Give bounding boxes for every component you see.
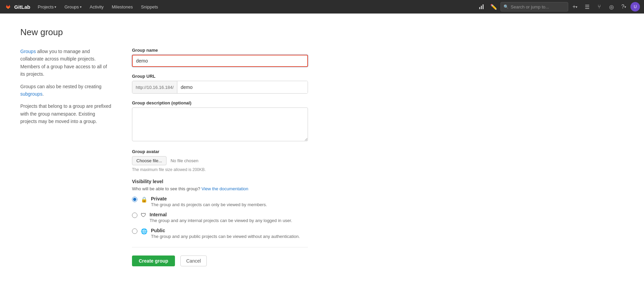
group-url-input[interactable] (177, 81, 308, 93)
visibility-docs-link[interactable]: View the documentation (201, 186, 248, 191)
groups-link[interactable]: Groups (20, 49, 36, 54)
analytics-icon[interactable] (476, 1, 487, 12)
shield-icon: 🛡 (141, 212, 146, 218)
nav-snippets[interactable]: Snippets (137, 0, 161, 14)
sidebar-para3: Projects that belong to a group are pref… (20, 102, 112, 125)
group-avatar-label: Group avatar (132, 149, 308, 154)
user-avatar[interactable]: U (630, 2, 640, 11)
group-description-input[interactable] (132, 107, 308, 141)
cancel-button[interactable]: Cancel (180, 256, 207, 266)
url-group: http://10.16.16.184/ (132, 81, 308, 94)
no-file-label: No file chosen (171, 158, 198, 163)
visibility-internal-option: 🛡 Internal The group and any internal pr… (132, 212, 308, 223)
nav-activity[interactable]: Activity (86, 0, 107, 14)
form-divider (132, 247, 308, 247)
svg-rect-1 (481, 6, 482, 9)
brand-text: GitLab (14, 4, 30, 10)
new-group-form: Group name Group URL http://10.16.16.184… (132, 48, 308, 266)
svg-rect-2 (483, 4, 484, 9)
lock-icon: 🔒 (141, 196, 148, 203)
sidebar-para1: Groups allow you to manage and collabora… (20, 48, 112, 78)
nav-projects[interactable]: Projects ▾ (35, 0, 60, 14)
group-description-label: Group description (optional) (132, 100, 308, 105)
main-content: New group Groups allow you to manage and… (0, 14, 440, 280)
nav-groups[interactable]: Groups ▾ (61, 0, 85, 14)
group-avatar-field: Group avatar Choose file... No file chos… (132, 149, 308, 172)
nav-milestones[interactable]: Milestones (108, 0, 136, 14)
group-url-field: Group URL http://10.16.16.184/ (132, 74, 308, 94)
url-prefix: http://10.16.16.184/ (132, 81, 177, 93)
chevron-down-icon: ▾ (54, 5, 56, 9)
internal-description: The group and any internal projects can … (150, 218, 292, 223)
svg-rect-0 (479, 7, 480, 9)
file-size-hint: The maximum file size allowed is 200KB. (132, 167, 308, 172)
content-layout: Groups allow you to manage and collabora… (20, 48, 420, 266)
visibility-field: Visibility level Who will be able to see… (132, 179, 308, 239)
search-icon: 🔍 (504, 4, 509, 9)
visibility-description: Who will be able to see this group? View… (132, 186, 308, 191)
create-group-button[interactable]: Create group (132, 256, 175, 266)
public-label: Public (151, 228, 300, 233)
visibility-public-option: 🌐 Public The group and any public projec… (132, 228, 308, 239)
internal-label: Internal (150, 212, 292, 217)
subgroups-link[interactable]: subgroups (20, 91, 42, 97)
choose-file-button[interactable]: Choose file... (132, 156, 166, 165)
visibility-private-radio[interactable] (132, 197, 137, 202)
visibility-internal-radio[interactable] (132, 213, 137, 218)
plus-chevron-icon: ▾ (576, 5, 577, 9)
visibility-private-option: 🔒 Private The group and its projects can… (132, 196, 308, 207)
sidebar-description: Groups allow you to manage and collabora… (20, 48, 112, 266)
private-description: The group and its projects can only be v… (151, 202, 267, 207)
issues-icon[interactable]: ◎ (606, 1, 617, 12)
group-name-field: Group name (132, 48, 308, 67)
sidebar-icon[interactable]: ☰ (582, 1, 593, 12)
plus-icon[interactable]: + ▾ (570, 1, 580, 12)
sidebar-para2: Groups can also be nested by creating su… (20, 83, 112, 98)
group-name-input[interactable] (132, 55, 308, 67)
avatar-row: Choose file... No file chosen (132, 156, 308, 165)
group-name-label: Group name (132, 48, 308, 53)
group-description-field: Group description (optional) (132, 100, 308, 142)
help-icon[interactable]: ? ▾ (618, 1, 629, 12)
globe-icon: 🌐 (141, 228, 148, 235)
help-chevron-icon: ▾ (624, 5, 626, 9)
form-actions: Create group Cancel (132, 256, 308, 266)
navbar: GitLab Projects ▾ Groups ▾ Activity Mile… (0, 0, 644, 14)
search-box[interactable]: 🔍 Search or jump to... (501, 2, 568, 11)
private-label: Private (151, 196, 267, 201)
page-title: New group (20, 27, 420, 38)
brand-logo[interactable]: GitLab (4, 3, 30, 11)
nav-right: ✏️ 🔍 Search or jump to... + ▾ ☰ ⑂ ◎ ? ▾ … (476, 1, 640, 12)
visibility-title: Visibility level (132, 179, 308, 184)
chevron-down-icon: ▾ (80, 5, 82, 9)
visibility-public-radio[interactable] (132, 228, 137, 234)
public-description: The group and any public projects can be… (151, 234, 300, 239)
edit-icon[interactable]: ✏️ (488, 1, 499, 12)
merge-request-icon[interactable]: ⑂ (594, 1, 605, 12)
group-url-label: Group URL (132, 74, 308, 79)
